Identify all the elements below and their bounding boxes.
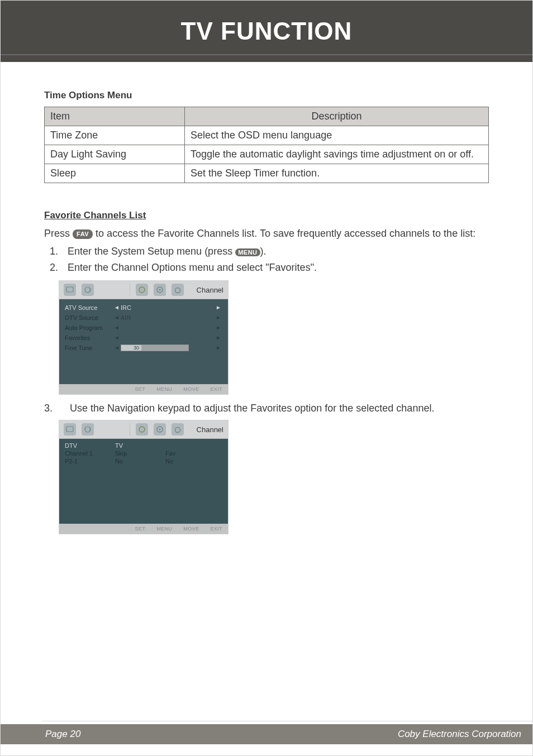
osd-cell: No	[165, 458, 210, 465]
time-tab-icon	[136, 423, 148, 436]
left-arrow-icon: ◄	[114, 335, 121, 341]
osd-cell: Fav	[165, 450, 210, 457]
text: Enter the System Setup menu (press	[68, 246, 235, 257]
osd-footer-label: EXIT	[210, 526, 222, 532]
osd-cell	[165, 442, 210, 449]
osd-grid: DTV TV Channel 1 Skip Fav P2-1 No No	[65, 442, 222, 465]
setup-tab-icon	[154, 423, 166, 436]
tab-separator	[130, 423, 130, 436]
svg-rect-0	[66, 287, 73, 292]
osd-footer: SET MENU MOVE EXIT	[59, 384, 228, 394]
time-tab-icon	[136, 284, 148, 296]
text: to access the Favorite Channels list. To…	[96, 228, 475, 239]
audio-tab-icon	[82, 423, 94, 436]
time-options-heading: Time Options Menu	[44, 90, 489, 101]
left-arrow-icon: ◄	[114, 315, 121, 320]
right-arrow-icon: ►	[216, 315, 222, 320]
setup-tab-icon	[154, 284, 166, 296]
osd-body: DTV TV Channel 1 Skip Fav P2-1 No No	[59, 439, 228, 524]
audio-tab-icon	[82, 284, 94, 296]
osd-footer-label: MOVE	[183, 386, 199, 392]
svg-point-2	[139, 287, 145, 293]
svg-point-10	[159, 429, 161, 430]
osd-footer: SET MENU MOVE EXIT	[59, 524, 228, 534]
osd-row-value: IRC	[121, 304, 216, 311]
row-desc: Select the OSD menu language	[185, 126, 489, 145]
row-item: Time Zone	[45, 126, 185, 145]
osd-channel-menu-1: Channel ATV Source ◄ IRC ► DTV Source ◄ …	[59, 280, 229, 395]
table-head-item: Item	[45, 107, 185, 126]
svg-point-8	[139, 427, 145, 432]
step-number: 3.	[44, 403, 59, 414]
step-text: Use the Navigation keypad to adjust the …	[70, 403, 434, 414]
osd-row-label: Auto Program	[65, 324, 114, 331]
osd-row: Auto Program ◄ ►	[65, 323, 222, 333]
osd-row-fine-tune: Fine Tune ◄ 30 ►	[65, 343, 222, 353]
svg-point-1	[85, 287, 91, 293]
table-row: Day Light Saving Toggle the automatic da…	[45, 145, 489, 164]
left-arrow-icon: ◄	[114, 305, 121, 310]
channel-tab-icon	[172, 284, 184, 296]
right-arrow-icon: ►	[216, 325, 222, 331]
tab-separator	[130, 284, 130, 296]
step-3: 3. Use the Navigation keypad to adjust t…	[44, 403, 489, 414]
osd-row-label: DTV Source	[65, 314, 114, 321]
osd-tab-title: Channel	[197, 286, 223, 294]
right-arrow-icon: ►	[216, 345, 222, 351]
table-head-description: Description	[185, 107, 489, 126]
osd-cell: Skip	[115, 450, 165, 457]
header-rule	[1, 54, 532, 55]
osd-row: Favorites ◄ ►	[65, 333, 222, 343]
osd-cell: Channel 1	[65, 450, 115, 457]
menu-button-icon: MENU	[235, 248, 260, 256]
list-item: Enter the System Setup menu (press MENU)…	[61, 246, 489, 257]
osd-channel-menu-2: Channel DTV TV Channel 1 Skip Fav P2-1 N…	[59, 420, 229, 534]
fav-button-icon: FAV	[73, 229, 93, 239]
left-arrow-icon: ◄	[114, 325, 121, 331]
osd-tab-title: Channel	[197, 425, 223, 434]
table-row: Sleep Set the Sleep Timer function.	[45, 164, 489, 183]
svg-point-11	[175, 428, 180, 433]
left-arrow-icon: ◄	[114, 345, 121, 351]
press-fav-paragraph: Press FAV to access the Favorite Channel…	[44, 227, 489, 240]
text: ).	[260, 246, 266, 257]
content-area: Time Options Menu Item Description Time …	[1, 62, 532, 534]
osd-row-value: AIR	[121, 314, 216, 321]
picture-tab-icon	[64, 284, 76, 296]
osd-footer-label: SET	[135, 526, 145, 532]
document-header: TV FUNCTION	[1, 1, 532, 62]
row-desc: Toggle the automatic daylight savings ti…	[185, 145, 489, 164]
osd-cell: TV	[115, 442, 165, 449]
osd-row-label: ATV Source	[65, 304, 114, 311]
page-number: Page 20	[45, 729, 80, 740]
page-footer: Page 20 Coby Electronics Corporation	[1, 724, 532, 744]
channel-tab-icon	[172, 423, 184, 436]
company-name: Coby Electronics Corporation	[398, 729, 521, 740]
list-item: Enter the Channel Options menu and selec…	[61, 262, 489, 274]
osd-tabbar: Channel	[59, 420, 228, 439]
svg-point-5	[175, 288, 180, 293]
osd-footer-label: EXIT	[210, 386, 222, 392]
osd-footer-label: MENU	[156, 526, 172, 532]
page: TV FUNCTION Time Options Menu Item Descr…	[0, 0, 533, 756]
text: Press	[44, 228, 73, 239]
row-item: Sleep	[45, 164, 185, 183]
row-desc: Set the Sleep Timer function.	[185, 164, 489, 183]
slider-value: 30	[134, 345, 139, 351]
osd-row-label: Fine Tune	[65, 344, 114, 351]
table-row: Time Zone Select the OSD menu language	[45, 126, 489, 145]
time-options-table: Item Description Time Zone Select the OS…	[44, 107, 489, 183]
osd-footer-label: MOVE	[183, 526, 199, 532]
osd-body: ATV Source ◄ IRC ► DTV Source ◄ AIR ► Au…	[59, 299, 228, 384]
osd-row-label: Favorites	[65, 334, 114, 341]
osd-row: DTV Source ◄ AIR ►	[65, 313, 222, 323]
right-arrow-icon: ►	[216, 305, 222, 310]
favorite-channels-heading: Favorite Channels List	[44, 210, 489, 221]
picture-tab-icon	[64, 423, 76, 436]
text: Enter the Channel Options menu and selec…	[68, 262, 317, 273]
document-title: TV FUNCTION	[181, 17, 353, 45]
osd-footer-label: MENU	[156, 386, 172, 392]
osd-tabbar: Channel	[59, 281, 228, 299]
svg-point-4	[159, 289, 161, 291]
osd-row: ATV Source ◄ IRC ►	[65, 303, 222, 313]
